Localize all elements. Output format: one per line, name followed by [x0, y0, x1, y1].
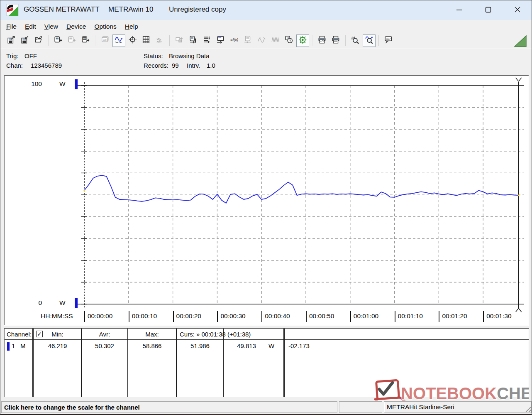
title-bar: GOSSEN METRAWATT METRAwin 10 Unregistere…	[0, 0, 532, 20]
bar-graph-icon	[156, 36, 164, 46]
formula-editor-button[interactable]: =f(x)	[228, 34, 241, 47]
read-device-button[interactable]: 321	[52, 34, 65, 47]
svg-text:M: M	[84, 37, 85, 40]
menu-bar: FileEditViewDeviceOptionsHelp	[0, 20, 532, 33]
menu-item-device[interactable]: Device	[62, 21, 90, 32]
digital-display-icon: 1257	[101, 36, 109, 46]
x-axis-tick	[395, 311, 395, 322]
chan-value: 123456789	[31, 62, 62, 69]
data-table-icon	[142, 36, 150, 46]
zoom-horizontal-button[interactable]	[349, 34, 362, 47]
records-value: 99	[172, 62, 179, 69]
view-xy-chart-button[interactable]	[126, 34, 139, 47]
title-license-note: Unregistered copy	[169, 5, 226, 14]
monitor-tools-icon	[217, 36, 225, 46]
device-display-button	[242, 34, 254, 47]
x-axis-tick-label: 00:01:10	[398, 312, 423, 320]
col-header-avr: Avr:	[82, 331, 127, 338]
chart-plot[interactable]	[5, 76, 528, 325]
memory-device-button[interactable]: M	[79, 34, 92, 47]
minimize-button[interactable]	[449, 0, 469, 19]
x-axis-format-label: HH:MM:SS	[41, 312, 73, 320]
power-curve[interactable]	[84, 175, 519, 203]
svg-text:321: 321	[56, 37, 59, 39]
wave-loose-icon	[258, 36, 266, 46]
trig-value: OFF	[24, 52, 37, 59]
y-axis-top-unit: W	[59, 80, 66, 88]
clock-device-icon: 12	[285, 36, 293, 46]
status-hint-segment[interactable]: Click here to change the scale for the c…	[1, 401, 337, 413]
status-bar: Click here to change the scale for the c…	[0, 400, 532, 414]
x-axis-tick	[350, 311, 351, 322]
save-file-button[interactable]	[19, 34, 32, 47]
print-report-button[interactable]	[329, 34, 342, 47]
y-axis-top-label: 100	[27, 80, 42, 88]
speech-bubble-icon: ?	[385, 36, 393, 46]
app-logo-icon	[6, 4, 19, 16]
app-window: GOSSEN METRAWATT METRAwin 10 Unregistere…	[0, 0, 532, 415]
trig-label: Trig:	[6, 52, 18, 59]
meter-slider-icon	[244, 36, 252, 46]
cursor-a-marker	[84, 190, 85, 192]
status-device-segment[interactable]: METRAHit Starline-Seri	[384, 401, 532, 413]
view-curve-chart-button[interactable]	[112, 34, 125, 47]
curve-chart-icon	[115, 36, 123, 46]
cursor-a-value: 51.986	[177, 342, 223, 349]
resize-grip[interactable]	[524, 405, 531, 412]
maximize-button[interactable]	[478, 0, 498, 19]
y-axis-top-channel-marker[interactable]	[75, 79, 78, 89]
show-tooltip-button[interactable]: ?	[382, 34, 395, 47]
xy-chart-icon	[129, 36, 137, 46]
configure-monitor-button[interactable]	[214, 34, 227, 47]
bug-icon	[299, 36, 307, 46]
interval-value: 1.0	[207, 62, 215, 69]
title-product-name: METRAwin 10	[108, 5, 153, 14]
open-file-button[interactable]	[32, 34, 45, 47]
x-axis-tick	[84, 311, 85, 322]
x-axis-tick-label: 00:00:00	[88, 312, 112, 320]
toolbar: 321321M1257=f(x)12?	[0, 33, 532, 49]
configure-channels-button[interactable]	[200, 34, 213, 47]
menu-item-options[interactable]: Options	[90, 21, 120, 32]
zoom-curve-button[interactable]	[363, 34, 376, 47]
x-axis-tick	[129, 311, 129, 322]
channel-mode: M	[20, 342, 26, 349]
channel-number: 1	[12, 342, 15, 349]
resize-corner-icon[interactable]	[514, 35, 527, 47]
folder-open-icon	[35, 36, 43, 46]
y-axis-bottom-unit: W	[59, 299, 66, 307]
menu-item-help[interactable]: Help	[121, 21, 142, 32]
transfer-icon	[176, 36, 183, 46]
menu-item-file[interactable]: File	[2, 21, 21, 32]
x-axis-tick-label: 00:00:30	[220, 312, 245, 320]
view-data-table-button[interactable]	[140, 34, 153, 47]
timed-recording-button[interactable]: 12	[283, 34, 295, 47]
minimize-icon	[456, 7, 462, 13]
col-header-channel: Channel:	[7, 331, 32, 338]
menu-item-view[interactable]: View	[40, 21, 62, 32]
envelope-dense-button	[269, 34, 282, 47]
stat-avr-value: 50.302	[82, 342, 127, 349]
close-button[interactable]	[508, 0, 527, 19]
menu-item-edit[interactable]: Edit	[21, 21, 40, 32]
live-bug-monitor-button[interactable]	[296, 34, 309, 47]
x-axis-tick	[306, 311, 307, 322]
status-hint-text: Click here to change the scale for the c…	[4, 404, 140, 411]
stat-max-value: 58.866	[128, 342, 176, 349]
configure-device-button[interactable]	[187, 34, 200, 47]
x-axis-tick-label: 00:01:20	[442, 312, 467, 320]
toolbar-separator	[169, 35, 170, 46]
cursor-delta-value: -02.173	[288, 342, 310, 349]
x-axis-tick-label: 00:00:50	[309, 312, 334, 320]
chart-svg	[5, 76, 528, 325]
print-chart-button[interactable]	[316, 34, 329, 47]
y-axis-bottom-channel-marker[interactable]	[75, 298, 78, 308]
export-file-button[interactable]	[5, 34, 18, 47]
meter-m-icon: M	[82, 36, 90, 46]
svg-text:321: 321	[69, 37, 72, 39]
channel-color-marker[interactable]	[7, 342, 10, 351]
x-axis-tick	[439, 311, 439, 322]
toolbar-separator	[312, 35, 313, 46]
chan-label: Chan:	[6, 62, 23, 69]
toolbar-separator	[95, 35, 96, 46]
